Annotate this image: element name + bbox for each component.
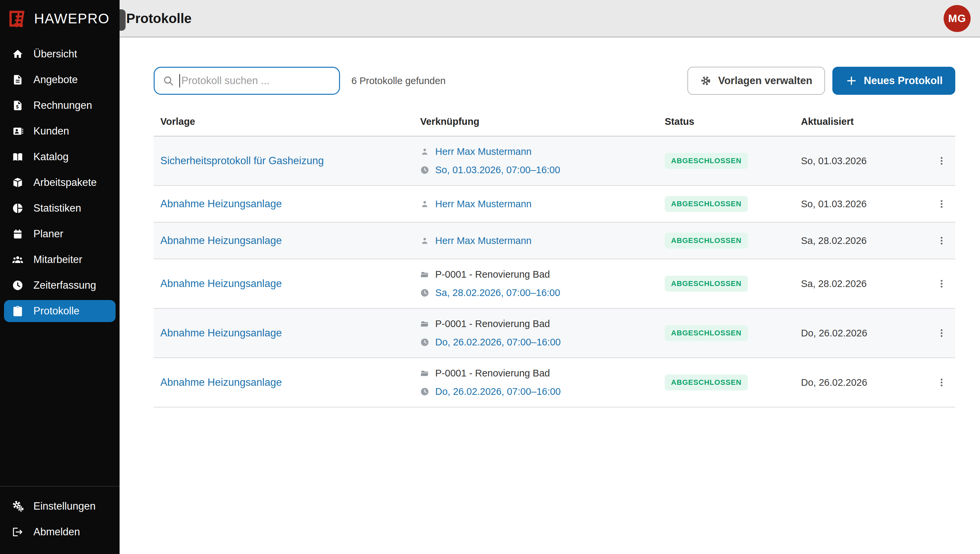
- svg-text:$: $: [16, 104, 19, 110]
- topbar: Protokolle MG: [120, 0, 980, 37]
- row-menu-button[interactable]: [935, 197, 949, 211]
- status-badge: ABGESCHLOSSEN: [665, 325, 748, 341]
- sidebar-item-protokolle[interactable]: Protokolle: [4, 300, 116, 322]
- sidebar-item-kunden[interactable]: Kunden: [4, 120, 116, 142]
- updated-date: Sa, 28.02.2026: [801, 279, 867, 289]
- sidebar-item-arbeitspakete[interactable]: Arbeitspakete: [4, 172, 116, 194]
- row-menu-button[interactable]: [935, 234, 949, 248]
- plus-icon: [845, 75, 858, 87]
- pie-chart-icon: [12, 202, 23, 214]
- row-menu-button[interactable]: [935, 154, 949, 168]
- protocol-link[interactable]: Abnahme Heizungsanlage: [160, 198, 282, 210]
- clock-icon: [420, 338, 429, 347]
- folder-icon: [420, 369, 429, 378]
- row-menu-button[interactable]: [935, 326, 949, 340]
- manage-templates-button[interactable]: Vorlagen verwalten: [687, 67, 825, 95]
- clock-icon: [420, 387, 429, 396]
- sidebar-item-katalog[interactable]: Katalog: [4, 146, 116, 168]
- main-content: 6 Protokolle gefunden Vorlagen verwalten…: [120, 37, 980, 554]
- project-label: P-0001 - Renovierung Bad: [435, 368, 550, 379]
- sidebar-item-mitarbeiter[interactable]: Mitarbeiter: [4, 248, 116, 271]
- folder-icon: [420, 270, 429, 279]
- sidebar-item-angebote[interactable]: Angebote: [4, 69, 116, 91]
- customer-link[interactable]: Herr Max Mustermann: [435, 199, 531, 210]
- app-window: HAWEPRO Übersicht Angebote $ Rechnungen …: [0, 0, 980, 554]
- new-protocol-button[interactable]: Neues Protokoll: [832, 67, 955, 95]
- updated-date: Do, 26.02.2026: [801, 377, 867, 388]
- sidebar-item-label: Mitarbeiter: [34, 254, 82, 266]
- right-pane: Protokolle MG 6 Protokolle gefunden Vorl…: [120, 0, 980, 554]
- protocol-link[interactable]: Abnahme Heizungsanlage: [160, 278, 282, 289]
- customer-link[interactable]: Herr Max Mustermann: [435, 146, 531, 157]
- sidebar-item-label: Protokolle: [34, 305, 80, 317]
- kebab-menu-icon: [937, 279, 946, 289]
- sidebar-item-label: Planer: [34, 228, 64, 240]
- column-header-verknuepfung: Verknüpfung: [420, 116, 665, 127]
- results-count: 6 Protokolle gefunden: [351, 75, 445, 86]
- table-row: Sicherheitsprotokoll für Gasheizung Herr…: [154, 137, 955, 186]
- sidebar-item-label: Rechnungen: [34, 99, 92, 111]
- sidebar-item-abmelden[interactable]: Abmelden: [4, 521, 116, 543]
- clock-icon: [12, 280, 23, 291]
- invoice-icon: $: [12, 100, 23, 111]
- sidebar-item-label: Abmelden: [34, 526, 80, 538]
- calendar-icon: [12, 228, 23, 240]
- clipboard-icon: [12, 306, 23, 317]
- sidebar-item-label: Arbeitspakete: [34, 177, 97, 189]
- appointment-link[interactable]: Do, 26.02.2026, 07:00–16:00: [435, 386, 561, 397]
- table-row: Abnahme Heizungsanlage P-0001 - Renovier…: [154, 309, 955, 358]
- column-header-aktualisiert: Aktualisiert: [801, 116, 962, 127]
- toolbar: 6 Protokolle gefunden Vorlagen verwalten…: [154, 67, 955, 95]
- status-badge: ABGESCHLOSSEN: [665, 232, 748, 248]
- kebab-menu-icon: [937, 236, 946, 246]
- sidebar-item-label: Katalog: [34, 151, 69, 163]
- person-icon: [420, 236, 429, 245]
- person-icon: [420, 147, 429, 156]
- hawepro-logo-icon: [7, 8, 27, 29]
- clock-icon: [420, 288, 429, 298]
- customer-link[interactable]: Herr Max Mustermann: [435, 235, 531, 246]
- status-badge: ABGESCHLOSSEN: [665, 196, 748, 212]
- text-caret: [179, 74, 180, 88]
- updated-date: So, 01.03.2026: [801, 199, 867, 210]
- status-badge: ABGESCHLOSSEN: [665, 275, 748, 292]
- sidebar-item-label: Einstellungen: [34, 500, 96, 512]
- protocol-link[interactable]: Abnahme Heizungsanlage: [160, 376, 282, 388]
- sidebar-item-einstellungen[interactable]: Einstellungen: [4, 495, 116, 517]
- kebab-menu-icon: [937, 328, 946, 338]
- book-icon: [12, 151, 23, 162]
- appointment-link[interactable]: Sa, 28.02.2026, 07:00–16:00: [435, 287, 560, 298]
- app-title: HAWEPRO: [34, 11, 110, 27]
- protocols-table: Vorlage Verknüpfung Status Aktualisiert …: [154, 116, 955, 408]
- sidebar-item-planer[interactable]: Planer: [4, 223, 116, 245]
- table-row: Abnahme Heizungsanlage Herr Max Musterma…: [154, 186, 955, 223]
- sidebar-footer: Einstellungen Abmelden: [0, 486, 120, 554]
- appointment-link[interactable]: So, 01.03.2026, 07:00–16:00: [435, 164, 560, 175]
- appointment-link[interactable]: Do, 26.02.2026, 07:00–16:00: [435, 337, 561, 348]
- search-box[interactable]: [154, 67, 340, 95]
- row-menu-button[interactable]: [935, 277, 949, 291]
- sidebar-item-zeiterfassung[interactable]: Zeiterfassung: [4, 274, 116, 296]
- sidebar-item-label: Übersicht: [34, 48, 77, 60]
- table-row: Abnahme Heizungsanlage P-0001 - Renovier…: [154, 259, 955, 309]
- updated-date: Sa, 28.02.2026: [801, 235, 867, 246]
- customers-icon: [12, 126, 23, 137]
- user-avatar[interactable]: MG: [943, 5, 970, 32]
- sidebar-item-rechnungen[interactable]: $ Rechnungen: [4, 94, 116, 116]
- person-icon: [420, 200, 429, 209]
- search-icon: [163, 75, 174, 86]
- row-menu-button[interactable]: [935, 376, 949, 390]
- logo: HAWEPRO: [0, 0, 120, 35]
- sidebar-item-label: Statistiken: [34, 202, 81, 214]
- protocol-link[interactable]: Abnahme Heizungsanlage: [160, 235, 282, 246]
- sidebar-item-label: Kunden: [34, 125, 69, 137]
- column-header-vorlage: Vorlage: [160, 116, 420, 127]
- table-header-row: Vorlage Verknüpfung Status Aktualisiert: [154, 116, 955, 137]
- document-icon: [12, 74, 23, 86]
- project-label: P-0001 - Renovierung Bad: [435, 269, 550, 280]
- protocol-link[interactable]: Sicherheitsprotokoll für Gasheizung: [160, 155, 324, 167]
- sidebar-item-uebersicht[interactable]: Übersicht: [4, 43, 116, 65]
- search-input[interactable]: [181, 75, 331, 87]
- protocol-link[interactable]: Abnahme Heizungsanlage: [160, 327, 282, 339]
- sidebar-item-statistiken[interactable]: Statistiken: [4, 197, 116, 219]
